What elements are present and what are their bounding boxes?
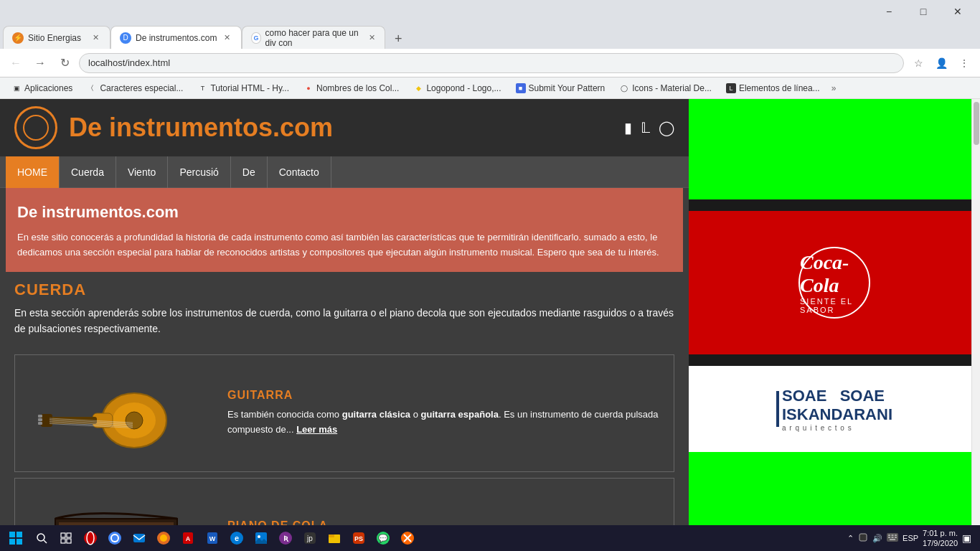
scrollbar[interactable] [971, 99, 980, 525]
nav-item-de[interactable]: De [231, 156, 268, 188]
cocacola-circle: Coca-Cola SIENTE EL SABOR [798, 247, 870, 319]
svg-rect-12 [38, 415, 42, 418]
svg-rect-13 [38, 418, 42, 421]
tray-language[interactable]: ESP [903, 534, 918, 542]
tab-de-instrumentos[interactable]: D De instrumentos.com ✕ [110, 26, 242, 49]
site-header: De instrumentos.com ▮ 𝕃 ◯ [0, 99, 689, 156]
tray-show-hidden[interactable]: ⌃ [847, 534, 854, 543]
nav-item-home[interactable]: HOME [6, 156, 60, 188]
svg-text:jp: jp [306, 534, 313, 542]
taskbar-word-icon[interactable]: W [201, 527, 224, 550]
pinterest-icon[interactable]: 𝕃 [641, 119, 650, 136]
dropdown-title: De instrumentos.com [17, 199, 672, 225]
taskbar-whatsapp-icon[interactable]: 💬 [372, 527, 395, 550]
tab-close-2[interactable]: ✕ [221, 32, 232, 44]
bookmark-label-1: Aplicaciones [24, 83, 72, 93]
taskbar-email-icon[interactable] [128, 527, 151, 550]
taskbar-task-view-icon[interactable] [55, 527, 77, 550]
svg-rect-29 [9, 539, 15, 545]
dropdown-overlay: De instrumentos.com En este sitio conoce… [6, 188, 683, 272]
svg-rect-42 [133, 534, 145, 542]
tray-notifications[interactable]: ▣ [962, 532, 971, 544]
taskbar-opera-icon[interactable] [79, 527, 102, 550]
time-display: 7:01 p. m. [923, 528, 958, 538]
minimize-button[interactable]: − [872, 3, 905, 20]
svg-point-44 [160, 534, 167, 542]
guitarra-description: Es también conocida como guitarra clásic… [227, 408, 662, 438]
svg-rect-72 [892, 537, 894, 538]
soae-name-2: ISKANDARANI [782, 405, 892, 424]
tab-close-1[interactable]: ✕ [90, 32, 101, 44]
tab-sitio-energias[interactable]: ⚡ Sitio Energias ✕ [3, 26, 110, 49]
close-button[interactable]: ✕ [941, 3, 974, 20]
svg-point-41 [112, 535, 118, 541]
profile-button[interactable]: 👤 [931, 53, 951, 73]
bookmark-star-button[interactable]: ☆ [908, 53, 928, 73]
taskbar-acrobat-icon[interactable]: A [176, 527, 199, 550]
nav-item-percusion[interactable]: Percusió [168, 156, 230, 188]
svg-rect-70 [895, 534, 897, 536]
taskbar-explorer-icon[interactable] [323, 527, 346, 550]
forward-button[interactable]: → [30, 53, 50, 73]
taskbar-time[interactable]: 7:01 p. m. 17/9/2020 [923, 528, 958, 549]
nav-item-viento[interactable]: Viento [116, 156, 168, 188]
taskbar-app12-icon[interactable]: jp [298, 527, 321, 550]
tab-close-3[interactable]: ✕ [367, 32, 377, 44]
soae-name-1: SOAE SOAE [782, 387, 892, 405]
taskbar-app16-icon[interactable] [396, 527, 419, 550]
taskbar-firefox-icon[interactable] [152, 527, 175, 550]
bookmarks-overflow[interactable]: » [831, 83, 837, 93]
bookmark-submit-pattern[interactable]: ■ Submit Your Pattern [510, 81, 611, 95]
bookmark-aplicaciones[interactable]: ▣ Aplicaciones [6, 81, 78, 95]
tab-label-2: De instrumentos.com [136, 33, 217, 43]
bookmark-label-8: Elementos de línea... [739, 83, 820, 93]
tray-speaker[interactable]: 🔊 [872, 534, 882, 543]
taskbar: A W e Ʀ [0, 525, 980, 551]
svg-point-2 [126, 412, 143, 429]
tab-label-1: Sitio Energias [28, 33, 81, 43]
taskbar-search-icon[interactable] [30, 527, 53, 550]
guitarra-read-more[interactable]: Leer más [296, 424, 337, 435]
start-button[interactable] [3, 527, 29, 549]
taskbar-chrome-icon[interactable] [103, 527, 126, 550]
bookmark-icons[interactable]: ◯ Icons - Material De... [613, 81, 717, 95]
bookmark-favicon-1: ▣ [11, 83, 22, 93]
address-input[interactable]: localhost/index.html [79, 53, 904, 73]
instagram-icon[interactable]: ◯ [659, 119, 674, 136]
menu-button[interactable]: ⋮ [954, 53, 974, 73]
svg-rect-66 [859, 534, 867, 541]
bookmark-logopond[interactable]: ◆ Logopond - Logo,... [407, 81, 507, 95]
maximize-button[interactable]: □ [907, 3, 940, 20]
bookmark-label-3: Tutorial HTML - Hy... [210, 83, 289, 93]
svg-text:e: e [235, 534, 239, 542]
logo-icon [14, 106, 57, 149]
tray-keyboard[interactable] [887, 533, 898, 543]
bookmarks-bar: ▣ Aplicaciones 〈 Caracteres especial... … [0, 77, 980, 99]
bookmark-elementos[interactable]: L Elementos de línea... [720, 81, 826, 95]
nav-item-cuerda[interactable]: Cuerda [60, 156, 116, 188]
scrollbar-thumb[interactable] [974, 102, 979, 145]
bookmark-caracteres[interactable]: 〈 Caracteres especial... [81, 81, 189, 95]
nav-item-contacto[interactable]: Contacto [268, 156, 331, 188]
new-tab-button[interactable]: + [388, 29, 408, 49]
tray-antivirus[interactable] [858, 532, 868, 544]
bookmark-label-7: Icons - Material De... [632, 83, 712, 93]
bookmark-nombres[interactable]: ● Nombres de los Col... [298, 81, 405, 95]
bookmark-favicon-3: T [197, 83, 207, 93]
bookmark-tutorial[interactable]: T Tutorial HTML - Hy... [192, 81, 295, 95]
back-button[interactable]: ← [6, 53, 26, 73]
svg-text:A: A [186, 535, 191, 542]
tab-favicon-3: G [251, 32, 260, 44]
reload-button[interactable]: ↻ [55, 53, 75, 73]
taskbar-photos-icon[interactable] [250, 527, 273, 550]
tab-google-search[interactable]: G como hacer para que un div con ✕ [242, 26, 385, 49]
svg-text:💬: 💬 [378, 533, 388, 543]
facebook-icon[interactable]: ▮ [624, 119, 632, 136]
taskbar-app14-icon[interactable]: PS [347, 527, 370, 550]
taskbar-edge-icon[interactable]: e [225, 527, 248, 550]
taskbar-app11-icon[interactable]: Ʀ [274, 527, 297, 550]
website-content: De instrumentos.com ▮ 𝕃 ◯ HOME Cuerda Vi… [0, 99, 689, 551]
section-cuerda-description: En esta sección aprenderás sobre los ins… [0, 305, 689, 349]
svg-text:PS: PS [354, 535, 363, 542]
svg-line-32 [44, 540, 47, 543]
